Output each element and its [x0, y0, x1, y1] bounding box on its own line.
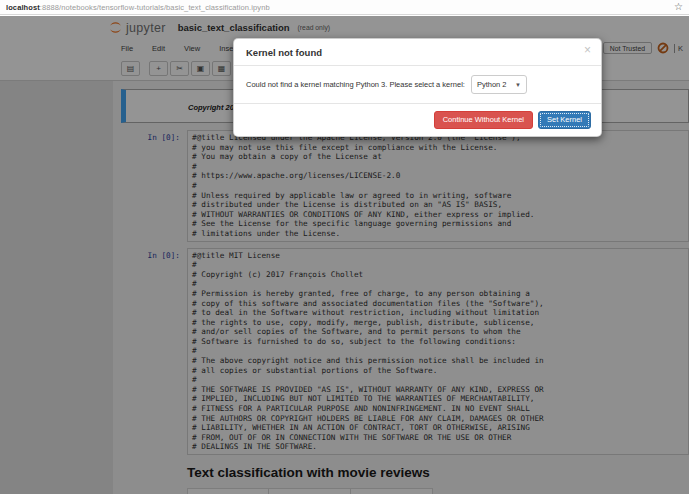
dialog-footer: Continue Without Kernel Set Kernel	[234, 103, 601, 136]
kernel-not-found-dialog: Kernel not found × Could not find a kern…	[233, 38, 602, 137]
dialog-message: Could not find a kernel matching Python …	[246, 80, 465, 89]
dialog-body: Could not find a kernel matching Python …	[234, 66, 601, 103]
chevron-down-icon: ▼	[515, 82, 521, 88]
bookmark-star-icon[interactable]: ☆	[674, 2, 683, 12]
kernel-select[interactable]: Python 2 ▼	[471, 75, 527, 94]
screenshot: localhost:8888/notebooks/tensorflow-tuto…	[0, 0, 689, 494]
url-text: localhost:8888/notebooks/tensorflow-tuto…	[6, 3, 674, 12]
url-host: localhost	[6, 3, 40, 12]
browser-address-bar[interactable]: localhost:8888/notebooks/tensorflow-tuto…	[0, 0, 689, 15]
kernel-select-value: Python 2	[477, 80, 507, 89]
dialog-title: Kernel not found	[246, 47, 589, 58]
jupyter-page: jupyter basic_text_classification (read …	[0, 16, 689, 494]
continue-without-kernel-button[interactable]: Continue Without Kernel	[434, 111, 533, 129]
url-path: :8888/notebooks/tensorflow-tutorials/bas…	[40, 3, 270, 12]
set-kernel-button[interactable]: Set Kernel	[538, 111, 591, 129]
close-icon[interactable]: ×	[584, 44, 591, 56]
dialog-header: Kernel not found ×	[234, 39, 601, 66]
